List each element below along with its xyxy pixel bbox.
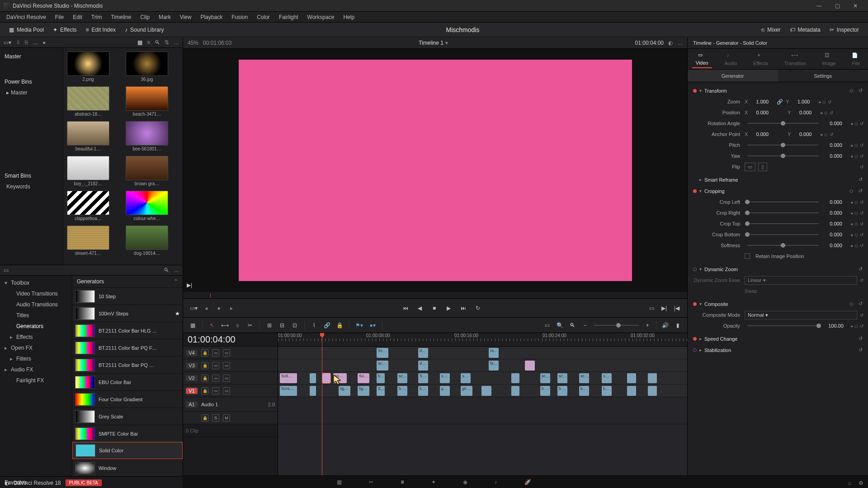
timeline-clip[interactable]: S… xyxy=(377,386,385,396)
track-header-v2[interactable]: V2🔒▭▭ xyxy=(183,372,278,385)
link-icon[interactable]: ⎘ xyxy=(25,39,28,46)
disable-icon[interactable]: ▭ xyxy=(223,375,230,382)
media-thumbnail[interactable]: beautiful-1… xyxy=(67,121,109,151)
timeline-clip[interactable]: sc… xyxy=(397,373,407,383)
fx-tree-titles[interactable]: Titles xyxy=(0,310,72,321)
selection-tool-icon[interactable]: ↖ xyxy=(208,321,216,329)
track-header-v3[interactable]: V3🔒▭▭ xyxy=(183,359,278,372)
rotation-slider[interactable] xyxy=(747,123,819,124)
fx-tree-filters[interactable]: ▸ Filters xyxy=(0,353,72,364)
auto-select-icon[interactable]: ▭ xyxy=(212,387,219,394)
page-fusion[interactable]: ✦ xyxy=(431,479,436,485)
fx-tree-video-transitions[interactable]: Video Transitions xyxy=(0,288,72,299)
lock-icon[interactable]: 🔒 xyxy=(335,321,344,329)
timeline-clip[interactable]: b… xyxy=(579,386,589,396)
media-thumbnail[interactable]: dog-18014… xyxy=(126,225,168,256)
crop-left-field[interactable]: 0.000 xyxy=(824,199,848,205)
record-icon[interactable]: ● xyxy=(42,39,46,46)
menu-color[interactable]: Color xyxy=(253,13,274,21)
lock-icon[interactable]: 🔒 xyxy=(201,349,208,357)
kf-reset-icon[interactable]: ↺ xyxy=(828,99,831,104)
zoom-x-field[interactable]: 1.000 xyxy=(750,99,774,104)
track-area[interactable]: 01:00:00:0001:00:08:0001:00:16:0001:00:2… xyxy=(278,333,687,475)
overwrite-clip-icon[interactable]: ⊟ xyxy=(278,321,286,329)
timeline-clip[interactable]: Soli… xyxy=(280,373,297,383)
menu-workspace[interactable]: Workspace xyxy=(304,13,338,21)
menu-timeline[interactable]: Timeline xyxy=(107,13,135,21)
generator-bt-2111-color-bar-pq-[interactable]: BT.2111 Color Bar PQ … xyxy=(72,356,183,373)
kf-prev-icon[interactable]: ◂ xyxy=(818,99,821,104)
track-row-v3[interactable]: sc…d…fa… xyxy=(278,359,687,372)
window-close-button[interactable]: ✕ xyxy=(846,0,864,11)
timeline-clip[interactable] xyxy=(627,386,636,396)
fx-tree-toolbox[interactable]: ▾ Toolbox xyxy=(0,277,72,288)
flip-v-button[interactable]: ▯ xyxy=(758,163,767,171)
section-smart-reframe-header[interactable]: ▸Smart Reframe↺ xyxy=(692,174,863,185)
crop-top-slider[interactable] xyxy=(747,223,819,224)
lock-icon[interactable]: 🔒 xyxy=(201,375,208,382)
crop-right-field[interactable]: 0.000 xyxy=(824,210,848,216)
disable-icon[interactable]: ▭ xyxy=(223,387,230,394)
generator-four-color-gradient[interactable]: Four Color Gradient xyxy=(72,390,183,408)
menu-trim[interactable]: Trim xyxy=(88,13,106,21)
timeline-clip[interactable]: fa… xyxy=(489,361,499,371)
timeline-clip[interactable]: sc… xyxy=(579,373,589,383)
retain-checkbox[interactable] xyxy=(745,253,750,259)
blade-tool-icon[interactable]: ✂ xyxy=(246,321,254,329)
ellipsis2-icon[interactable]: … xyxy=(174,39,179,46)
transport-next-edit-icon[interactable]: ▸ xyxy=(227,304,236,312)
anchor-x-field[interactable]: 0.000 xyxy=(750,131,774,137)
page-edit[interactable]: ≡ xyxy=(401,479,404,485)
section-cropping-header[interactable]: ▾Cropping◇↺ xyxy=(692,185,863,197)
menu-fusion[interactable]: Fusion xyxy=(228,13,251,21)
flag-icon[interactable]: ⚑▾ xyxy=(355,321,363,329)
star-icon[interactable]: ★ xyxy=(175,310,180,317)
fx-tree-open-fx[interactable]: ▸ Open FX xyxy=(0,343,72,353)
page-cut[interactable]: ✂ xyxy=(369,479,373,485)
play-button[interactable]: ▶ xyxy=(445,304,453,312)
go-end-icon[interactable]: ▶| xyxy=(660,304,668,312)
viewer-bypass-icon[interactable]: ◐ xyxy=(668,40,673,46)
lock-icon[interactable]: 🔒 xyxy=(201,414,208,422)
anchor-y-field[interactable]: 0.000 xyxy=(794,131,817,137)
smart-bin-keywords[interactable]: Keywords xyxy=(2,182,61,192)
timeline-ruler[interactable]: 01:00:00:0001:00:08:0001:00:16:0001:00:2… xyxy=(278,333,687,347)
media-thumbnail[interactable]: beach-3471… xyxy=(126,86,168,117)
media-thumbnail[interactable]: desert-471… xyxy=(67,225,109,256)
reset-icon[interactable]: ↺ xyxy=(859,88,863,94)
yaw-slider[interactable] xyxy=(747,155,819,156)
timeline-clip[interactable]: d… xyxy=(418,348,428,358)
effects-layout-icon[interactable]: ▭ xyxy=(4,267,9,273)
window-maximize-button[interactable]: ▢ xyxy=(828,0,846,11)
flip-h-button[interactable]: ▭ xyxy=(745,163,755,171)
sound-library-tab[interactable]: ♪Sound Library xyxy=(120,25,169,35)
zoom-out-button[interactable]: − xyxy=(581,321,589,329)
generator-solid-color[interactable]: Solid Color xyxy=(72,442,183,459)
timeline-clip[interactable]: ra… xyxy=(489,348,499,358)
timeline-clip[interactable]: s… xyxy=(461,373,471,383)
first-frame-button[interactable]: ⏮ xyxy=(401,304,410,312)
timeline-clip[interactable] xyxy=(322,373,330,383)
bin-list-icon[interactable]: ▭▾ xyxy=(4,39,11,46)
link-selection-icon[interactable]: 🔗 xyxy=(323,321,331,329)
timeline-clip[interactable]: sc… xyxy=(540,373,550,383)
zoom-fit-icon[interactable]: ▭ xyxy=(543,321,551,329)
stop-button[interactable]: ■ xyxy=(430,304,439,312)
match-frame-icon[interactable]: ▭ xyxy=(647,304,656,312)
track-row-v1[interactable]: Scre…lig…lig…S…b…b…p…gir…b…b…b…b… xyxy=(278,385,687,397)
timeline-clip[interactable]: p… xyxy=(440,386,450,396)
snap-icon[interactable]: ⌇ xyxy=(310,321,318,329)
transport-marker-icon[interactable]: ● xyxy=(215,304,223,312)
import-icon[interactable]: ⇩ xyxy=(16,39,20,46)
ease-select[interactable]: Linear ▾ xyxy=(745,276,857,285)
yaw-field[interactable]: 0.000 xyxy=(824,153,848,159)
viewer-scrubber[interactable] xyxy=(183,292,687,298)
crop-bottom-field[interactable]: 0.000 xyxy=(824,232,848,237)
viewer-zoom-percent[interactable]: 45% xyxy=(188,40,198,46)
inspector-tab-effects[interactable]: ✦Effects xyxy=(750,51,772,68)
generator-bt-2111-color-bar-pq-f-[interactable]: BT.2111 Color Bar PQ F… xyxy=(72,339,183,356)
inspector-tab-audio[interactable]: ♪Audio xyxy=(721,51,741,68)
crop-soft-slider[interactable] xyxy=(747,245,819,246)
zoom-slider[interactable] xyxy=(594,325,639,326)
media-thumbnail[interactable]: 36.jpg xyxy=(126,52,168,82)
